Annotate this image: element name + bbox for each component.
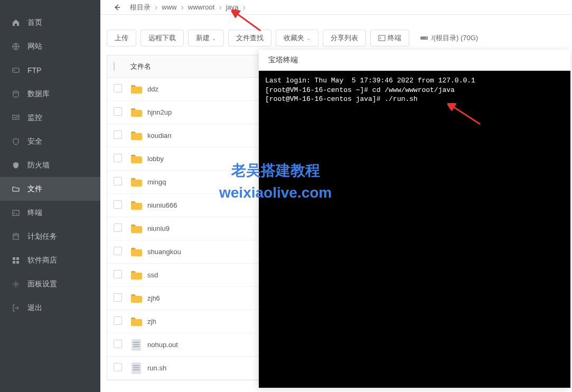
breadcrumb-bar: 根目录 › www › wwwroot › java › (100, 0, 572, 15)
nav-files[interactable]: 文件 (0, 177, 100, 201)
terminal-small-icon (378, 35, 386, 41)
svg-point-2 (14, 70, 15, 71)
nav-app-store[interactable]: 软件商店 (0, 248, 100, 272)
svg-point-3 (13, 91, 18, 93)
folder-row-icon (130, 247, 142, 257)
select-all-checkbox[interactable] (114, 62, 115, 71)
row-checkbox[interactable] (114, 340, 122, 348)
remote-download-button[interactable]: 远程下载 (140, 30, 184, 46)
terminal-icon (12, 209, 20, 217)
ftp-icon (12, 66, 20, 74)
arrow-left-icon (113, 4, 120, 11)
folder-row-icon (130, 317, 142, 326)
chevron-right-icon: › (155, 3, 157, 12)
svg-rect-5 (13, 210, 19, 216)
logout-icon (12, 304, 20, 312)
terminal-title: 宝塔终端 (259, 50, 570, 71)
row-checkbox[interactable] (114, 177, 122, 185)
firewall-icon (12, 161, 20, 170)
disk-icon (420, 35, 428, 41)
svg-rect-12 (379, 35, 385, 41)
folder-row-icon (130, 154, 142, 164)
file-name: shuangkou (147, 248, 181, 256)
nav-label: 退出 (27, 303, 42, 313)
file-name: zjh6 (147, 294, 160, 302)
breadcrumb-wwwroot[interactable]: wwwroot (188, 3, 215, 11)
row-checkbox[interactable] (114, 200, 122, 209)
terminal-output[interactable]: Last login: Thu May 5 17:39:46 2022 from… (259, 71, 570, 388)
row-checkbox[interactable] (114, 130, 122, 139)
row-checkbox[interactable] (114, 316, 122, 325)
row-checkbox[interactable] (114, 107, 122, 116)
nav-terminal[interactable]: 终端 (0, 201, 100, 225)
new-button[interactable]: 新建 ⌄ (188, 30, 224, 46)
nav-home[interactable]: 首页 (0, 11, 100, 34)
row-checkbox[interactable] (114, 247, 122, 255)
disk-info[interactable]: /(根目录) (70G) (420, 33, 478, 43)
favorites-button[interactable]: 收藏夹 ⌄ (276, 30, 318, 46)
row-checkbox[interactable] (114, 363, 122, 371)
nav-website[interactable]: 网站 (0, 34, 100, 58)
terminal-button[interactable]: 终端 (370, 30, 409, 46)
breadcrumb-www[interactable]: www (162, 3, 176, 11)
file-name: ssd (147, 271, 158, 279)
apps-icon (12, 256, 20, 265)
nav-database[interactable]: 数据库 (0, 82, 100, 106)
text-file-icon (132, 362, 141, 374)
nav-label: 终端 (27, 208, 42, 218)
folder-icon (12, 185, 20, 193)
monitor-icon (12, 114, 20, 122)
folder-row-icon (130, 270, 142, 280)
row-checkbox[interactable] (114, 293, 122, 302)
file-name: lobby (147, 155, 164, 163)
nav-scheduled-tasks[interactable]: 计划任务 (0, 225, 100, 248)
row-checkbox[interactable] (114, 223, 122, 232)
svg-rect-9 (13, 261, 15, 264)
settings-icon (12, 280, 20, 288)
file-name: nohup.out (147, 341, 178, 349)
breadcrumb-root[interactable]: 根目录 (130, 3, 151, 12)
breadcrumb-java[interactable]: java (226, 3, 239, 11)
svg-point-11 (15, 283, 17, 285)
nav-panel-settings[interactable]: 面板设置 (0, 272, 100, 296)
chevron-down-icon: ⌄ (212, 35, 216, 41)
file-name: koudian (147, 132, 172, 139)
nav-ftp[interactable]: FTP (0, 58, 100, 82)
chevron-right-icon: › (181, 3, 184, 12)
file-name: hjnn2up (147, 108, 172, 116)
back-button[interactable] (109, 0, 125, 15)
row-checkbox[interactable] (114, 84, 122, 92)
terminal-window: 宝塔终端 Last login: Thu May 5 17:39:46 2022… (259, 50, 570, 388)
file-name: ddz (147, 85, 158, 93)
nav-security[interactable]: 安全 (0, 129, 100, 153)
folder-row-icon (130, 294, 142, 303)
chevron-down-icon: ⌄ (306, 35, 311, 41)
svg-rect-7 (13, 257, 15, 260)
svg-rect-8 (16, 257, 19, 260)
row-checkbox[interactable] (114, 270, 122, 278)
nav-label: 防火墙 (27, 161, 50, 170)
svg-point-14 (426, 38, 427, 39)
home-icon (12, 18, 20, 27)
nav-logout[interactable]: 退出 (0, 296, 100, 320)
shared-list-button[interactable]: 分享列表 (323, 30, 366, 46)
folder-row-icon (130, 108, 142, 117)
nav-firewall[interactable]: 防火墙 (0, 153, 100, 177)
file-name: zjh (147, 318, 156, 325)
svg-rect-10 (16, 261, 19, 264)
svg-rect-1 (13, 68, 19, 72)
schedule-icon (12, 232, 20, 241)
row-checkbox[interactable] (114, 154, 122, 162)
folder-row-icon (130, 201, 142, 210)
chevron-right-icon: › (219, 3, 221, 12)
shield-icon (12, 137, 20, 146)
nav-monitor[interactable]: 监控 (0, 106, 100, 129)
nav-label: 文件 (27, 184, 42, 194)
nav-label: 首页 (27, 18, 42, 27)
upload-button[interactable]: 上传 (107, 30, 136, 46)
nav-label: 数据库 (27, 89, 50, 99)
chevron-right-icon: › (243, 3, 246, 12)
file-search-button[interactable]: 文件查找 (228, 30, 271, 46)
nav-label: 网站 (27, 42, 42, 51)
nav-label: 计划任务 (27, 232, 57, 241)
